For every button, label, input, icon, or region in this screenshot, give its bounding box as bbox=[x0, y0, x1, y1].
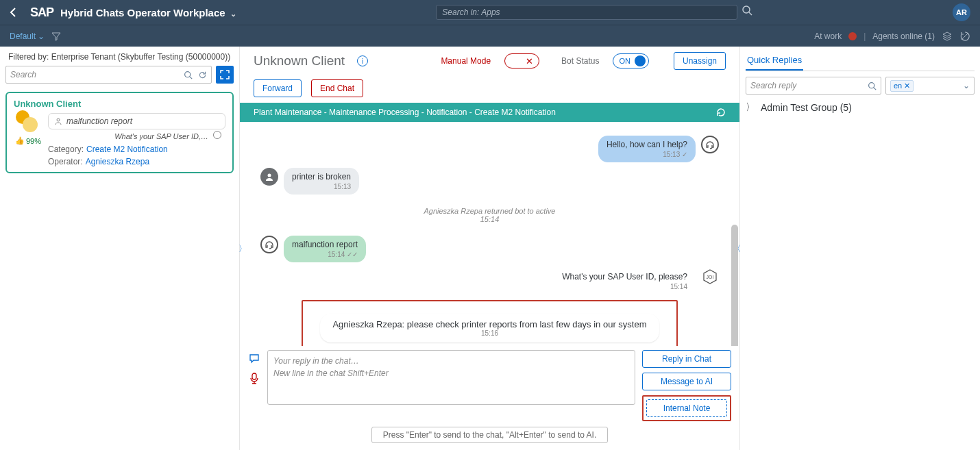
back-button[interactable] bbox=[10, 8, 23, 17]
chat-preview: malfunction report bbox=[48, 113, 225, 129]
agents-online: Agents online (1) bbox=[872, 32, 935, 41]
app-title[interactable]: Hybrid Chats Operator Workplace ⌄ bbox=[60, 7, 236, 18]
chat-list-panel: Filtered by: Enterprise Tenant (Skybuffe… bbox=[0, 47, 240, 450]
microphone-icon[interactable] bbox=[248, 372, 260, 384]
user-avatar[interactable]: AR bbox=[953, 3, 970, 21]
breadcrumb: Plant Maintenance - Maintenance Processi… bbox=[240, 103, 739, 122]
manual-mode-toggle[interactable]: ✕ bbox=[504, 53, 539, 68]
user-icon bbox=[54, 117, 62, 125]
svg-line-10 bbox=[874, 87, 876, 89]
system-message: Agnieszka Rzepa returned bot to active15… bbox=[260, 207, 719, 223]
quick-replies-panel: Quick Replies Search reply en ✕ ⌄ 〉 Admi… bbox=[740, 47, 980, 450]
info-icon[interactable]: i bbox=[357, 55, 368, 66]
chat-list-item[interactable]: Unknown Client 👍99% malfunction report W… bbox=[5, 92, 234, 173]
svg-line-4 bbox=[190, 76, 192, 78]
manual-mode-label: Manual Mode bbox=[441, 56, 491, 66]
at-work-label: At work bbox=[814, 32, 842, 41]
bot-status-toggle[interactable]: ON bbox=[613, 53, 649, 68]
unassign-button[interactable]: Unassign bbox=[674, 52, 726, 70]
category-link[interactable]: Create M2 Notification bbox=[86, 145, 168, 154]
close-icon: ✕ bbox=[526, 56, 533, 66]
compose-hint: Press "Enter" to send to the chat, "Alt+… bbox=[371, 427, 609, 443]
conversation-panel: 〉 〈 Unknown Client i Manual Mode ✕ Bot S… bbox=[240, 47, 740, 450]
comment-icon[interactable] bbox=[248, 353, 260, 365]
expand-button[interactable] bbox=[216, 66, 234, 84]
reply-search-input[interactable]: Search reply bbox=[746, 77, 881, 95]
svg-point-3 bbox=[185, 71, 191, 77]
svg-point-5 bbox=[57, 118, 60, 121]
svg-rect-8 bbox=[252, 373, 256, 379]
sentiment-score: 👍99% bbox=[15, 136, 41, 145]
undo-icon[interactable] bbox=[715, 107, 726, 118]
scrollbar-thumb[interactable] bbox=[731, 225, 738, 346]
tab-quick-replies[interactable]: Quick Replies bbox=[746, 52, 803, 71]
client-avatar-icon bbox=[260, 168, 278, 186]
operator-avatar-icon bbox=[701, 136, 719, 153]
bot-avatar-icon: JOI bbox=[701, 268, 719, 286]
search-icon[interactable] bbox=[742, 5, 752, 20]
filter-icon[interactable] bbox=[51, 32, 61, 41]
svg-point-9 bbox=[869, 82, 874, 88]
language-select[interactable]: en ✕ ⌄ bbox=[885, 77, 975, 95]
client-message: printer is broken15:13 bbox=[284, 168, 359, 195]
bot-question: What's your SAP User ID, please?15:14 bbox=[554, 268, 696, 295]
bot-message: malfunction report15:14 ✓✓ bbox=[284, 236, 366, 262]
chevron-down-icon: ⌄ bbox=[228, 10, 236, 18]
top-bar: SAP Hybrid Chats Operator Workplace ⌄ Se… bbox=[0, 0, 980, 25]
chevron-down-icon: ⌄ bbox=[963, 81, 970, 90]
chat-bubble-icon bbox=[19, 113, 38, 132]
status-dot[interactable] bbox=[848, 32, 857, 40]
operator-avatar-icon bbox=[260, 236, 278, 253]
svg-line-1 bbox=[749, 12, 752, 15]
chevron-right-icon: 〉 bbox=[746, 101, 755, 114]
forward-button[interactable]: Forward bbox=[254, 79, 302, 97]
search-icon[interactable] bbox=[184, 71, 193, 79]
message-to-ai-button[interactable]: Message to AI bbox=[642, 373, 731, 390]
reply-in-chat-button[interactable]: Reply in Chat bbox=[642, 350, 731, 368]
svg-point-6 bbox=[268, 174, 271, 177]
svg-point-0 bbox=[743, 6, 750, 13]
filter-line: Filtered by: Enterprise Tenant (Skybuffe… bbox=[5, 51, 234, 66]
reply-group[interactable]: 〉 Admin Test Group (5) bbox=[746, 101, 975, 114]
language-tag[interactable]: en ✕ bbox=[890, 80, 914, 92]
chat-search-input[interactable]: Search bbox=[5, 66, 212, 84]
sap-logo: SAP bbox=[30, 5, 53, 20]
operator-message: Hello, how can I help?15:13 ✓ bbox=[598, 136, 696, 162]
end-chat-button[interactable]: End Chat bbox=[311, 79, 363, 97]
svg-text:JOI: JOI bbox=[707, 275, 714, 279]
internal-note-button[interactable]: Internal Note bbox=[646, 399, 727, 417]
clear-icon[interactable] bbox=[959, 31, 970, 42]
operator-link[interactable]: Agnieszka Rzepa bbox=[86, 157, 149, 166]
internal-note-highlight-btn: Internal Note bbox=[642, 395, 731, 421]
layers-icon[interactable] bbox=[942, 31, 953, 42]
pending-icon bbox=[213, 131, 221, 139]
variant-select[interactable]: Default ⌄ bbox=[10, 32, 45, 41]
refresh-icon[interactable] bbox=[198, 71, 207, 79]
chat-item-title: Unknown Client bbox=[14, 99, 225, 109]
global-search-input[interactable]: Search in: Apps bbox=[436, 5, 737, 20]
client-name: Unknown Client bbox=[254, 53, 345, 68]
reply-textarea[interactable]: Your reply in the chat…New line in the c… bbox=[267, 350, 635, 405]
internal-note: Agnieszka Rzepa: please check printer re… bbox=[320, 314, 659, 342]
internal-note-highlight: Agnieszka Rzepa: please check printer re… bbox=[302, 300, 678, 346]
sub-bar: Default ⌄ At work | Agents online (1) bbox=[0, 25, 980, 47]
chat-preview-text: What's your SAP User ID,… bbox=[114, 132, 208, 140]
search-icon[interactable] bbox=[868, 82, 877, 90]
bot-status-label: Bot Status bbox=[561, 56, 599, 66]
